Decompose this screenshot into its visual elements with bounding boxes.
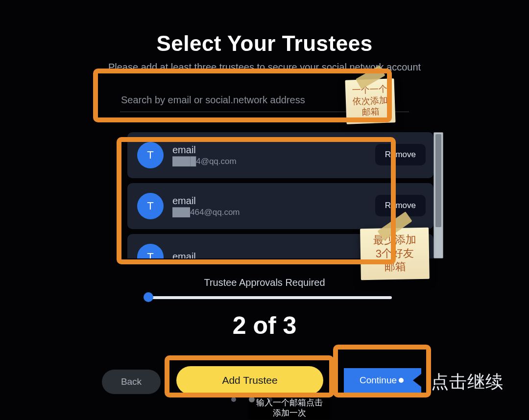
continue-arrow-notch-icon (413, 373, 422, 387)
continue-button-label: Continue (360, 375, 397, 386)
pager-dot (231, 397, 236, 402)
scrollbar-thumb[interactable] (435, 134, 441, 227)
back-button[interactable]: Back (102, 370, 161, 394)
approvals-slider[interactable] (147, 293, 392, 302)
trustee-row: T email ███464@qq.com Remove (127, 183, 433, 229)
slider-track (147, 296, 392, 299)
annotation-sticky-list: 最少添加3个好友邮箱 (360, 228, 430, 280)
add-trustee-button[interactable]: Add Trustee (176, 366, 323, 395)
remove-trustee-button[interactable]: Remove (375, 195, 426, 216)
annotation-sticky-search: 一个一个依次添加邮箱 (345, 78, 395, 124)
annotation-continue-label: 点击继续 (431, 370, 504, 394)
approvals-required-label: Trustee Approvals Required (0, 277, 529, 288)
continue-button[interactable]: Continue (344, 368, 421, 393)
avatar: T (137, 244, 164, 258)
annotation-add-tip: 输入一个邮箱点击添加一次 (248, 397, 331, 420)
trustee-email: ████4@qq.com (172, 157, 237, 166)
remove-trustee-button[interactable]: Remove (375, 144, 426, 165)
continue-dot-icon (399, 378, 404, 383)
trustee-type-label: email (172, 251, 196, 259)
trustee-email: ███464@qq.com (172, 208, 240, 217)
avatar: T (137, 193, 164, 219)
trustee-type-label: email (172, 144, 237, 156)
page-title: Select Your Trustees (0, 31, 529, 56)
trustee-row: T email ████4@qq.com Remove (127, 132, 433, 178)
trustee-type-label: email (172, 195, 240, 207)
scrollbar[interactable] (433, 132, 443, 258)
page-subtitle: Please add at least three trustees to se… (0, 62, 529, 73)
slider-thumb[interactable] (144, 292, 153, 302)
avatar: T (137, 142, 164, 168)
approvals-ratio: 2 of 3 (0, 311, 529, 340)
